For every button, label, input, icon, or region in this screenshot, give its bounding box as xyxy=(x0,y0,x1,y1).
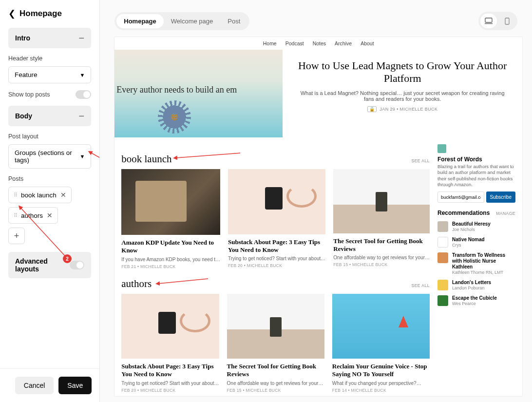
card-excerpt: One affordable way to get reviews for yo… xyxy=(227,381,324,386)
rec-title: Native Nomad xyxy=(452,237,485,243)
card-meta: FEB 14 • MICHELLE BUCK xyxy=(332,388,430,393)
label-header-style: Header style xyxy=(8,55,91,62)
field-post-layout: Post layout Groups (sections or tags) ▼ xyxy=(8,133,91,169)
email-input[interactable] xyxy=(437,191,484,203)
cards-row: Substack About Page: 3 Easy Tips You Nee… xyxy=(121,294,430,393)
rec-item[interactable]: Transform To Wellness with Holistic Nurs… xyxy=(437,252,515,275)
hero-banner-text: Every author needs to build an em xyxy=(116,85,237,95)
field-header-style: Header style Feature ▼ xyxy=(8,55,91,83)
hero: Every author needs to build an em How to… xyxy=(114,50,522,137)
post-card[interactable]: The Secret Tool for Getting Book Reviews… xyxy=(227,294,324,393)
rec-author: Crys xyxy=(452,243,485,248)
toggle-advanced-layouts[interactable] xyxy=(70,261,84,269)
thumb-image xyxy=(121,169,220,235)
subscribe-button[interactable]: Subscribe xyxy=(486,191,515,203)
section-intro-label: Intro xyxy=(15,34,30,42)
card-excerpt: Trying to get noticed? Start with your a… xyxy=(121,381,219,386)
chevron-down-icon: ▼ xyxy=(79,153,85,159)
row-show-top-posts: Show top posts xyxy=(8,90,91,99)
label-show-top-posts: Show top posts xyxy=(8,91,50,98)
section-body-label: Body xyxy=(15,112,32,120)
manage-link[interactable]: MANAGE xyxy=(496,211,515,216)
card-excerpt: If you have Amazon KDP books, you need t… xyxy=(121,257,220,262)
nav-notes[interactable]: Notes xyxy=(313,40,326,46)
nav-archive[interactable]: Archive xyxy=(335,40,352,46)
group-title: book launch xyxy=(121,153,171,165)
post-card[interactable]: Reclaim Your Genuine Voice - Stop Saying… xyxy=(332,294,430,393)
card-meta: FEB 20 • MICHELLE BUCK xyxy=(228,263,325,268)
section-head-authors: authors SEE ALL xyxy=(121,278,430,290)
topbar: Homepage Welcome page Post xyxy=(100,0,532,35)
recommend-head: Recommendations MANAGE xyxy=(437,210,515,216)
collapse-icon[interactable]: − xyxy=(79,33,85,43)
rec-author: Landon Poburan xyxy=(452,286,491,290)
card-excerpt: One affordable way to get reviews for yo… xyxy=(333,255,430,260)
cards-row: Amazon KDP Update You Need to KnowIf you… xyxy=(121,169,430,269)
cancel-button[interactable]: Cancel xyxy=(15,377,54,394)
tag-item[interactable]: ⠿ book launch ✕ xyxy=(8,187,72,203)
post-card[interactable]: Amazon KDP Update You Need to KnowIf you… xyxy=(121,169,220,269)
back-icon[interactable]: ❮ xyxy=(8,8,16,19)
rec-author: Joe Nichols xyxy=(452,227,491,232)
chevron-down-icon: ▼ xyxy=(79,72,85,78)
tab-post[interactable]: Post xyxy=(220,14,247,28)
hero-meta: 🔒JAN 29 • MICHELLE BUCK xyxy=(297,107,508,112)
hero-title: How to Use Lead Magnets to Grow Your Aut… xyxy=(297,59,508,85)
nav-home[interactable]: Home xyxy=(263,40,277,46)
rec-avatar xyxy=(437,221,448,232)
tab-homepage[interactable]: Homepage xyxy=(116,14,163,28)
svg-rect-0 xyxy=(485,18,492,22)
annotation-arrow xyxy=(89,149,99,188)
section-head-book-launch: book launch SEE ALL xyxy=(121,153,430,165)
rec-item[interactable]: Beautiful HeresyJoe Nichols xyxy=(437,221,515,232)
see-all-link[interactable]: SEE ALL xyxy=(411,283,430,288)
rec-avatar xyxy=(437,280,448,290)
sidebar-footer: Cancel Save xyxy=(0,368,99,402)
thumb-image xyxy=(121,294,219,359)
card-title: Reclaim Your Genuine Voice - Stop Saying… xyxy=(332,363,430,379)
hero-subtitle: What is a Lead Magnet? Nothing special… … xyxy=(297,90,508,102)
tag-label: book launch xyxy=(21,191,57,199)
section-intro[interactable]: Intro − xyxy=(8,28,91,48)
side-column: Forest of Words Blazing a trail for auth… xyxy=(437,144,515,396)
card-meta: FEB 21 • MICHELLE BUCK xyxy=(121,264,220,269)
post-card[interactable]: The Secret Tool for Getting Book Reviews… xyxy=(333,169,430,269)
toggle-show-top-posts[interactable] xyxy=(76,90,91,99)
flower-graphic xyxy=(161,103,188,131)
rec-avatar xyxy=(437,252,448,263)
rec-item[interactable]: Native NomadCrys xyxy=(437,237,515,248)
rec-item[interactable]: Escape the CubicleWes Pearce xyxy=(437,295,515,306)
drag-handle-icon[interactable]: ⠿ xyxy=(14,212,17,219)
see-all-link[interactable]: SEE ALL xyxy=(411,158,430,163)
nav-about[interactable]: About xyxy=(361,40,374,46)
thumb-image xyxy=(333,169,430,233)
post-card[interactable]: Substack About Page: 3 Easy Tips You Nee… xyxy=(121,294,219,393)
card-title: The Secret Tool for Getting Book Reviews xyxy=(333,237,430,253)
collapse-icon[interactable]: − xyxy=(79,111,85,121)
rec-item[interactable]: Landon's LettersLandon Poburan xyxy=(437,280,515,290)
section-body[interactable]: Body − xyxy=(8,106,91,126)
thumb-image xyxy=(228,169,325,234)
tab-welcome[interactable]: Welcome page xyxy=(164,14,220,28)
thumb-image xyxy=(227,294,324,359)
select-header-style[interactable]: Feature ▼ xyxy=(8,66,91,83)
select-post-layout[interactable]: Groups (sections or tags) ▼ xyxy=(8,144,91,169)
remove-icon[interactable]: ✕ xyxy=(60,191,66,199)
post-card[interactable]: Substack About Page: 3 Easy Tips You Nee… xyxy=(228,169,325,269)
card-title: Substack About Page: 3 Easy Tips You Nee… xyxy=(228,238,325,254)
mobile-icon[interactable] xyxy=(499,14,515,28)
page-tabs: Homepage Welcome page Post xyxy=(114,12,249,30)
card-title: The Secret Tool for Getting Book Reviews xyxy=(227,363,324,379)
preview-body: book launch SEE ALL Amazon KDP Update Yo… xyxy=(114,137,522,396)
select-post-layout-value: Groups (sections or tags) xyxy=(15,149,79,164)
save-button[interactable]: Save xyxy=(58,377,92,394)
preview-canvas[interactable]: Home Podcast Notes Archive About Every a… xyxy=(114,37,522,396)
label-post-layout: Post layout xyxy=(8,133,91,140)
main-column: book launch SEE ALL Amazon KDP Update Yo… xyxy=(121,144,430,396)
settings-sidebar: ❮ Homepage Intro − Header style Feature … xyxy=(0,0,100,402)
nav-podcast[interactable]: Podcast xyxy=(285,40,304,46)
rec-avatar xyxy=(437,295,448,306)
desktop-icon[interactable] xyxy=(480,14,497,28)
drag-handle-icon[interactable]: ⠿ xyxy=(14,192,17,198)
card-meta: FEB 20 • MICHELLE BUCK xyxy=(121,388,219,393)
